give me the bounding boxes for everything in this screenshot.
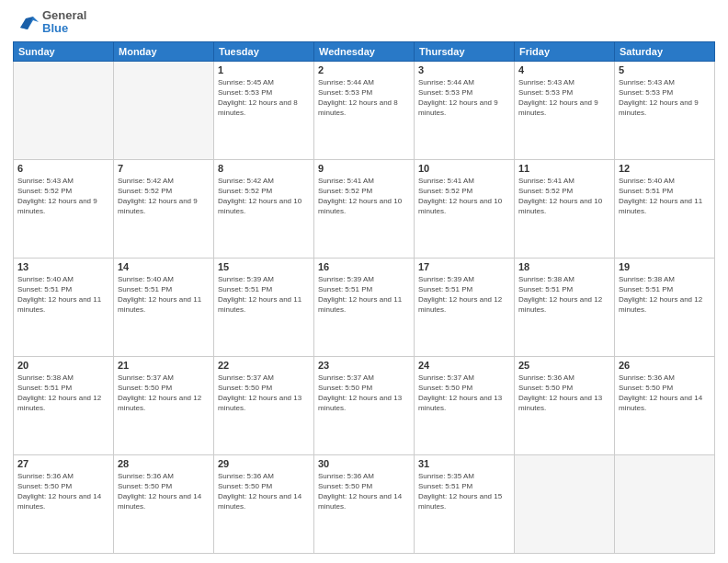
day-info: Sunrise: 5:39 AMSunset: 5:51 PMDaylight:… — [318, 274, 410, 316]
day-number: 10 — [418, 163, 510, 174]
calendar-cell: 5Sunrise: 5:43 AMSunset: 5:53 PMDaylight… — [615, 61, 715, 159]
day-info: Sunrise: 5:37 AMSunset: 5:50 PMDaylight:… — [218, 373, 310, 414]
calendar-cell: 30Sunrise: 5:36 AMSunset: 5:50 PMDayligh… — [314, 454, 415, 553]
day-info: Sunrise: 5:42 AMSunset: 5:52 PMDaylight:… — [118, 176, 210, 217]
day-info: Sunrise: 5:43 AMSunset: 5:53 PMDaylight:… — [518, 77, 610, 119]
day-number: 3 — [418, 64, 510, 75]
col-header-sunday: Sunday — [14, 41, 114, 61]
day-number: 15 — [218, 261, 310, 272]
logo-blue: Blue — [42, 21, 68, 35]
calendar-cell: 13Sunrise: 5:40 AMSunset: 5:51 PMDayligh… — [14, 258, 114, 356]
day-number: 9 — [318, 163, 410, 174]
day-info: Sunrise: 5:43 AMSunset: 5:52 PMDaylight:… — [17, 176, 109, 217]
col-header-saturday: Saturday — [615, 41, 715, 61]
calendar-cell — [515, 454, 615, 553]
day-number: 23 — [318, 360, 410, 371]
calendar-cell: 21Sunrise: 5:37 AMSunset: 5:50 PMDayligh… — [114, 356, 214, 454]
day-info: Sunrise: 5:42 AMSunset: 5:52 PMDaylight:… — [218, 176, 310, 217]
calendar: SundayMondayTuesdayWednesdayThursdayFrid… — [13, 41, 715, 554]
calendar-cell: 1Sunrise: 5:45 AMSunset: 5:53 PMDaylight… — [214, 61, 314, 159]
day-number: 11 — [518, 163, 610, 174]
col-header-thursday: Thursday — [415, 41, 515, 61]
day-info: Sunrise: 5:37 AMSunset: 5:50 PMDaylight:… — [418, 373, 510, 414]
day-info: Sunrise: 5:44 AMSunset: 5:53 PMDaylight:… — [318, 77, 410, 119]
day-info: Sunrise: 5:43 AMSunset: 5:53 PMDaylight:… — [619, 77, 711, 119]
calendar-cell: 8Sunrise: 5:42 AMSunset: 5:52 PMDaylight… — [214, 159, 314, 258]
logo-text-block: General Blue — [42, 9, 86, 36]
calendar-cell: 9Sunrise: 5:41 AMSunset: 5:52 PMDaylight… — [314, 159, 415, 258]
day-number: 26 — [619, 360, 711, 371]
day-number: 7 — [118, 163, 210, 174]
calendar-cell: 14Sunrise: 5:40 AMSunset: 5:51 PMDayligh… — [114, 258, 214, 356]
day-number: 17 — [418, 261, 510, 272]
day-info: Sunrise: 5:35 AMSunset: 5:51 PMDaylight:… — [418, 471, 510, 512]
day-info: Sunrise: 5:36 AMSunset: 5:50 PMDaylight:… — [619, 373, 711, 414]
day-number: 8 — [218, 163, 310, 174]
calendar-cell: 19Sunrise: 5:38 AMSunset: 5:51 PMDayligh… — [615, 258, 715, 356]
calendar-cell: 11Sunrise: 5:41 AMSunset: 5:52 PMDayligh… — [515, 159, 615, 258]
day-number: 29 — [218, 458, 310, 469]
calendar-cell: 31Sunrise: 5:35 AMSunset: 5:51 PMDayligh… — [415, 454, 515, 553]
day-number: 13 — [17, 261, 109, 272]
day-number: 31 — [418, 458, 510, 469]
day-info: Sunrise: 5:39 AMSunset: 5:51 PMDaylight:… — [418, 274, 510, 316]
header: General Blue — [13, 9, 715, 36]
calendar-cell: 25Sunrise: 5:36 AMSunset: 5:50 PMDayligh… — [515, 356, 615, 454]
day-info: Sunrise: 5:41 AMSunset: 5:52 PMDaylight:… — [518, 176, 610, 217]
logo-icon — [13, 9, 40, 35]
day-info: Sunrise: 5:36 AMSunset: 5:50 PMDaylight:… — [518, 373, 610, 414]
day-info: Sunrise: 5:40 AMSunset: 5:51 PMDaylight:… — [118, 274, 210, 316]
day-info: Sunrise: 5:41 AMSunset: 5:52 PMDaylight:… — [318, 176, 410, 217]
day-info: Sunrise: 5:36 AMSunset: 5:50 PMDaylight:… — [17, 471, 109, 512]
day-info: Sunrise: 5:36 AMSunset: 5:50 PMDaylight:… — [218, 471, 310, 512]
day-number: 16 — [318, 261, 410, 272]
calendar-cell: 7Sunrise: 5:42 AMSunset: 5:52 PMDaylight… — [114, 159, 214, 258]
calendar-cell: 22Sunrise: 5:37 AMSunset: 5:50 PMDayligh… — [214, 356, 314, 454]
calendar-cell: 12Sunrise: 5:40 AMSunset: 5:51 PMDayligh… — [615, 159, 715, 258]
calendar-cell: 26Sunrise: 5:36 AMSunset: 5:50 PMDayligh… — [615, 356, 715, 454]
day-info: Sunrise: 5:37 AMSunset: 5:50 PMDaylight:… — [118, 373, 210, 414]
calendar-cell: 23Sunrise: 5:37 AMSunset: 5:50 PMDayligh… — [314, 356, 415, 454]
calendar-cell: 4Sunrise: 5:43 AMSunset: 5:53 PMDaylight… — [515, 61, 615, 159]
day-number: 2 — [318, 64, 410, 75]
col-header-friday: Friday — [515, 41, 615, 61]
day-number: 12 — [619, 163, 711, 174]
day-number: 27 — [17, 458, 109, 469]
calendar-cell: 17Sunrise: 5:39 AMSunset: 5:51 PMDayligh… — [415, 258, 515, 356]
day-info: Sunrise: 5:39 AMSunset: 5:51 PMDaylight:… — [218, 274, 310, 316]
col-header-wednesday: Wednesday — [314, 41, 415, 61]
day-info: Sunrise: 5:40 AMSunset: 5:51 PMDaylight:… — [619, 176, 711, 217]
logo-general: General — [42, 8, 86, 22]
calendar-cell: 28Sunrise: 5:36 AMSunset: 5:50 PMDayligh… — [114, 454, 214, 553]
calendar-cell: 6Sunrise: 5:43 AMSunset: 5:52 PMDaylight… — [14, 159, 114, 258]
col-header-monday: Monday — [114, 41, 214, 61]
day-number: 20 — [17, 360, 109, 371]
day-info: Sunrise: 5:38 AMSunset: 5:51 PMDaylight:… — [619, 274, 711, 316]
day-number: 6 — [17, 163, 109, 174]
day-info: Sunrise: 5:40 AMSunset: 5:51 PMDaylight:… — [17, 274, 109, 316]
day-info: Sunrise: 5:36 AMSunset: 5:50 PMDaylight:… — [118, 471, 210, 512]
day-number: 4 — [518, 64, 610, 75]
day-info: Sunrise: 5:41 AMSunset: 5:52 PMDaylight:… — [418, 176, 510, 217]
calendar-cell: 20Sunrise: 5:38 AMSunset: 5:51 PMDayligh… — [14, 356, 114, 454]
day-info: Sunrise: 5:38 AMSunset: 5:51 PMDaylight:… — [17, 373, 109, 414]
day-number: 14 — [118, 261, 210, 272]
day-number: 1 — [218, 64, 310, 75]
calendar-cell: 10Sunrise: 5:41 AMSunset: 5:52 PMDayligh… — [415, 159, 515, 258]
calendar-cell: 2Sunrise: 5:44 AMSunset: 5:53 PMDaylight… — [314, 61, 415, 159]
day-info: Sunrise: 5:37 AMSunset: 5:50 PMDaylight:… — [318, 373, 410, 414]
calendar-cell: 29Sunrise: 5:36 AMSunset: 5:50 PMDayligh… — [214, 454, 314, 553]
col-header-tuesday: Tuesday — [214, 41, 314, 61]
day-number: 30 — [318, 458, 410, 469]
calendar-cell: 18Sunrise: 5:38 AMSunset: 5:51 PMDayligh… — [515, 258, 615, 356]
day-number: 18 — [518, 261, 610, 272]
calendar-cell: 27Sunrise: 5:36 AMSunset: 5:50 PMDayligh… — [14, 454, 114, 553]
logo: General Blue — [13, 9, 86, 36]
calendar-cell: 16Sunrise: 5:39 AMSunset: 5:51 PMDayligh… — [314, 258, 415, 356]
calendar-cell: 24Sunrise: 5:37 AMSunset: 5:50 PMDayligh… — [415, 356, 515, 454]
calendar-cell — [14, 61, 114, 159]
calendar-cell: 15Sunrise: 5:39 AMSunset: 5:51 PMDayligh… — [214, 258, 314, 356]
day-number: 22 — [218, 360, 310, 371]
day-number: 25 — [518, 360, 610, 371]
page: General Blue SundayMondayTuesdayWednesda… — [0, 0, 728, 563]
